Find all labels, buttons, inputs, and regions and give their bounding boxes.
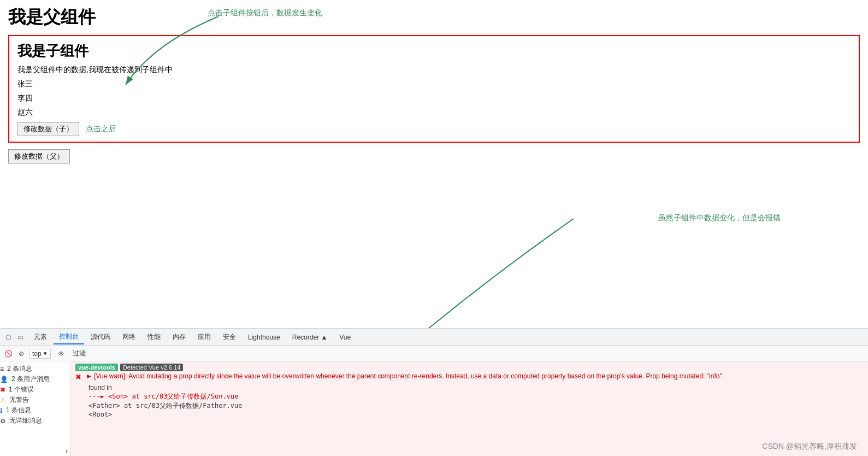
device-icon[interactable]: ▭ <box>15 332 25 342</box>
context-selector[interactable]: top ▼ <box>29 349 51 359</box>
badge-vue: vue-devtools <box>75 364 118 371</box>
error-circle-icon: ✖ <box>75 373 81 381</box>
tab-application[interactable]: 应用 <box>192 330 216 344</box>
eye-icon[interactable]: 👁 <box>56 349 66 359</box>
annotation-mid: 虽然子组件中数据变化，但是会报错 <box>658 213 781 223</box>
msg-no-detail: 无详细消息 <box>9 416 42 425</box>
child-component-box: 我是子组件 我是父组件中的数据,我现在被传递到子组件中 张三 李四 赵六 修改数… <box>8 35 860 143</box>
child-desc: 我是父组件中的数据,我现在被传递到子组件中 <box>17 65 851 75</box>
parent-title: 我是父组件 <box>8 5 860 30</box>
tab-console[interactable]: 控制台 <box>54 330 84 344</box>
top-label: top <box>32 350 42 358</box>
tab-recorder[interactable]: Recorder ▲ <box>287 331 333 343</box>
list-icon: ≡ <box>0 365 4 373</box>
warning-icon: ⚠ <box>0 396 6 404</box>
msg-count-error: 1 个错误 <box>9 385 34 394</box>
annotation-top: 点击子组件按钮后，数据发生变化 <box>208 8 322 18</box>
child-title: 我是子组件 <box>17 42 851 61</box>
tab-vue[interactable]: Vue <box>334 331 356 343</box>
after-click-label: 点击之后 <box>86 124 116 134</box>
devtools-sidebar: ≡ 2 条消息 👤 2 条用户消息 ✖ 1 个错误 ⚠ 无警告 ℹ 1 条 <box>0 361 71 456</box>
tab-sources[interactable]: 源代码 <box>85 330 116 344</box>
list-item-1: 李四 <box>17 93 851 103</box>
badge-detected: Detected Vue v2.6.14 <box>120 364 183 371</box>
list-item-0: 张三 <box>17 79 851 89</box>
error-icon: ✖ <box>0 386 5 394</box>
sidebar-verbose[interactable]: ⚙ 无详细消息 <box>0 416 70 426</box>
found-in-label: found in <box>88 384 112 391</box>
stack-line-1: ---► <Son> at src/03父给子传数据/Son.vue <box>88 392 864 401</box>
stack-line-2: <Father> at src/03父给子传数据/Father.vue <box>88 401 864 411</box>
console-output: vue-devtools Detected Vue v2.6.14 ✖ ► [V… <box>71 361 868 456</box>
watermark: CSDN @韬光养晦,厚积薄发 <box>762 442 857 452</box>
list-item-2: 赵六 <box>17 108 851 118</box>
info-icon: ℹ <box>0 407 3 414</box>
dropdown-icon: ▼ <box>43 350 48 356</box>
tab-security[interactable]: 安全 <box>217 330 241 344</box>
inspect-icon[interactable]: ⬡ <box>3 332 13 342</box>
tab-lighthouse[interactable]: Lighthouse <box>243 331 286 343</box>
expand-arrow[interactable]: › <box>66 447 68 455</box>
sidebar-info[interactable]: ℹ 1 条信息 <box>0 405 70 416</box>
filter-icon[interactable]: ⊘ <box>16 349 26 359</box>
sidebar-warnings[interactable]: ⚠ 无警告 <box>0 395 70 405</box>
tab-elements[interactable]: 元素 <box>28 330 52 344</box>
stack-line-3: <Root> <box>88 411 864 418</box>
msg-count-info: 1 条信息 <box>6 406 31 415</box>
devtools-tabs-bar: ⬡ ▭ 元素 控制台 源代码 网络 性能 内存 应用 安全 Lighthouse… <box>0 329 868 346</box>
sidebar-user-messages[interactable]: 👤 2 条用户消息 <box>0 374 70 384</box>
clear-icon[interactable]: 🚫 <box>3 349 13 359</box>
gear-icon: ⚙ <box>0 417 6 425</box>
tab-performance[interactable]: 性能 <box>142 330 166 344</box>
tab-memory[interactable]: 内存 <box>167 330 191 344</box>
user-icon: 👤 <box>0 376 8 383</box>
msg-count-2: 2 条消息 <box>7 364 32 373</box>
modify-data-child-button[interactable]: 修改数据（子） <box>17 122 79 136</box>
sidebar-errors[interactable]: ✖ 1 个错误 <box>0 384 70 395</box>
sidebar-messages[interactable]: ≡ 2 条消息 <box>0 364 70 374</box>
devtools-toolbar: 🚫 ⊘ top ▼ 👁 过滤 <box>0 346 868 361</box>
error-message: ► [Vue warn]: Avoid mutating a prop dire… <box>86 372 722 380</box>
msg-count-user: 2 条用户消息 <box>11 375 50 384</box>
modify-data-parent-button[interactable]: 修改数据（父） <box>8 149 70 163</box>
msg-no-warning: 无警告 <box>9 395 29 405</box>
filter-label: 过滤 <box>69 349 89 358</box>
tab-network[interactable]: 网络 <box>117 330 141 344</box>
console-badge-row: vue-devtools Detected Vue v2.6.14 <box>75 364 864 371</box>
console-error-row: ✖ ► [Vue warn]: Avoid mutating a prop di… <box>75 372 864 381</box>
